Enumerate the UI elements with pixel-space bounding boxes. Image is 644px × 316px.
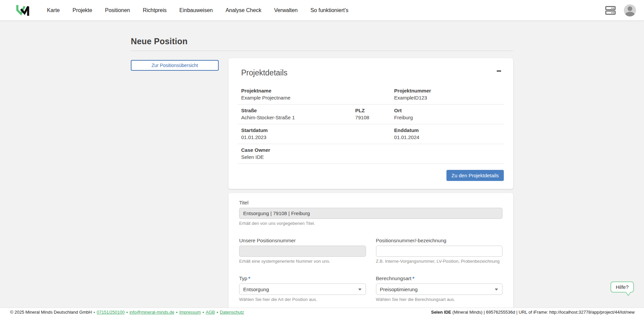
titel-help: Erhält den von uns vorgegebenen Titel. (239, 221, 502, 226)
nav-item-positionen[interactable]: Positionen (105, 7, 130, 13)
plz-value: 79108 (355, 115, 394, 120)
projektname-label: Projektname (241, 88, 394, 93)
session-user: Selen IDE (431, 310, 451, 315)
required-asterisk: * (248, 275, 250, 281)
project-details-table: Projektname Example Projectname Projektn… (238, 85, 504, 164)
table-row: Case Owner Selen IDE (238, 144, 504, 164)
enddatum-label: Enddatum (394, 127, 500, 133)
typ-select[interactable]: Entsorgung (239, 283, 366, 295)
new-position-form-card: Titel Erhält den von uns vorgegebenen Ti… (228, 193, 513, 316)
go-to-project-details-button[interactable]: Zu den Projektdetails (446, 170, 504, 181)
strasse-value: Achim-Stocker-Straße 1 (241, 115, 355, 120)
berechnungsart-help: Wählen Sie hier die Berechnungsart aus. (376, 297, 503, 302)
positionsnummer-label: Positionsnummer/-bezeichnung (376, 238, 503, 243)
nav-item-projekte[interactable]: Projekte (72, 7, 92, 13)
mineral-minds-logo[interactable] (15, 2, 30, 18)
separator-dot: • (176, 310, 178, 315)
berechnungsart-label: Berechnungsart* (376, 275, 503, 281)
session-info: Selen IDE (Mineral Minds) | 69576255536d… (431, 310, 635, 315)
top-navbar: Karte Projekte Positionen Richtpreis Ein… (0, 0, 644, 20)
main-content: Neue Position Zur Positionsübersicht Pro… (131, 20, 513, 316)
unsere-positionsnummer-help: Erhält eine systemgenerierte Nummer von … (239, 259, 366, 264)
page-title: Neue Position (131, 37, 513, 46)
table-row: Straße Achim-Stocker-Straße 1 PLZ 79108 … (238, 105, 504, 124)
projektnummer-value: ExampleID123 (394, 95, 500, 101)
session-details: (Mineral Minds) | 69576255536d | URL of … (451, 310, 635, 315)
required-asterisk: * (412, 275, 414, 281)
berechnungsart-selected-value: Preisoptimierung (380, 287, 418, 292)
berechnungsart-field: Berechnungsart* Preisoptimierung Wählen … (376, 275, 503, 302)
title-divider (131, 51, 513, 51)
nav-item-einbauweisen[interactable]: Einbauweisen (179, 7, 213, 13)
phone-link[interactable]: 07151/250100 (97, 310, 124, 315)
unsere-positionsnummer-input (239, 246, 366, 257)
impressum-link[interactable]: Impressum (179, 310, 201, 315)
typ-help: Wählen Sie hier die Art der Position aus… (239, 297, 366, 302)
footer: © 2025 Mineral Minds Deutschland GmbH • … (0, 308, 644, 316)
case-owner-value: Selen IDE (241, 154, 500, 160)
nav-item-verwalten[interactable]: Verwalten (274, 7, 298, 13)
typ-selected-value: Entsorgung (243, 287, 269, 292)
chevron-down-icon (495, 289, 498, 291)
table-row: Projektname Example Projectname Projektn… (238, 85, 504, 105)
chevron-down-icon (358, 289, 362, 291)
separator-dot: • (94, 310, 95, 315)
nav-item-karte[interactable]: Karte (47, 7, 60, 13)
positionsnummer-help: Z.B. Interne-Vorgangsnummer, LV-Position… (376, 259, 503, 264)
ort-label: Ort (394, 108, 500, 113)
berechnungsart-select[interactable]: Preisoptimierung (376, 283, 503, 295)
datenschutz-link[interactable]: Datenschutz (220, 310, 244, 315)
nav-item-analyse-check[interactable]: Analyse Check (225, 7, 261, 13)
email-link[interactable]: info@mineral-minds.de (129, 310, 174, 315)
ort-value: Freiburg (394, 115, 500, 120)
case-owner-label: Case Owner (241, 147, 500, 153)
separator-dot: • (126, 310, 128, 315)
typ-field: Typ* Entsorgung Wählen Sie hier die Art … (239, 275, 366, 302)
copyright-text: © 2025 Mineral Minds Deutschland GmbH (10, 310, 92, 315)
plz-label: PLZ (355, 108, 394, 113)
help-button[interactable]: Hilfe? (610, 281, 634, 293)
project-details-card: Projektdetails Projektname Example Proje… (228, 58, 513, 189)
projektnummer-label: Projektnummer (394, 88, 500, 93)
server-icon[interactable] (605, 6, 616, 15)
unsere-positionsnummer-label: Unsere Positionsnummer (239, 238, 366, 243)
strasse-label: Straße (241, 108, 355, 113)
right-column: Projektdetails Projektname Example Proje… (228, 58, 513, 316)
user-avatar-icon[interactable] (624, 4, 636, 16)
enddatum-value: 01.01.2024 (394, 134, 500, 140)
left-column: Zur Positionsübersicht (131, 58, 219, 71)
navbar-right (605, 4, 636, 16)
agb-link[interactable]: AGB (206, 310, 215, 315)
collapse-icon[interactable] (495, 68, 502, 74)
project-details-title: Projektdetails (241, 68, 287, 77)
nav-item-richtpreis[interactable]: Richtpreis (143, 7, 167, 13)
nav-item-so-funktionierts[interactable]: So funktioniert's (310, 7, 348, 13)
projektname-value: Example Projectname (241, 95, 394, 101)
table-row: Startdatum 01.01.2023 Enddatum 01.01.202… (238, 124, 504, 144)
titel-input (239, 208, 502, 219)
separator-dot: • (217, 310, 218, 315)
startdatum-label: Startdatum (241, 127, 394, 133)
separator-dot: • (203, 310, 204, 315)
unsere-positionsnummer-field: Unsere Positionsnummer Erhält eine syste… (239, 238, 366, 264)
positions-overview-button[interactable]: Zur Positionsübersicht (131, 60, 219, 71)
typ-label: Typ* (239, 275, 366, 281)
startdatum-value: 01.01.2023 (241, 134, 394, 140)
main-nav: Karte Projekte Positionen Richtpreis Ein… (47, 7, 348, 13)
titel-label: Titel (239, 200, 502, 205)
positionsnummer-field: Positionsnummer/-bezeichnung Z.B. Intern… (376, 238, 503, 264)
positionsnummer-input[interactable] (376, 246, 503, 257)
